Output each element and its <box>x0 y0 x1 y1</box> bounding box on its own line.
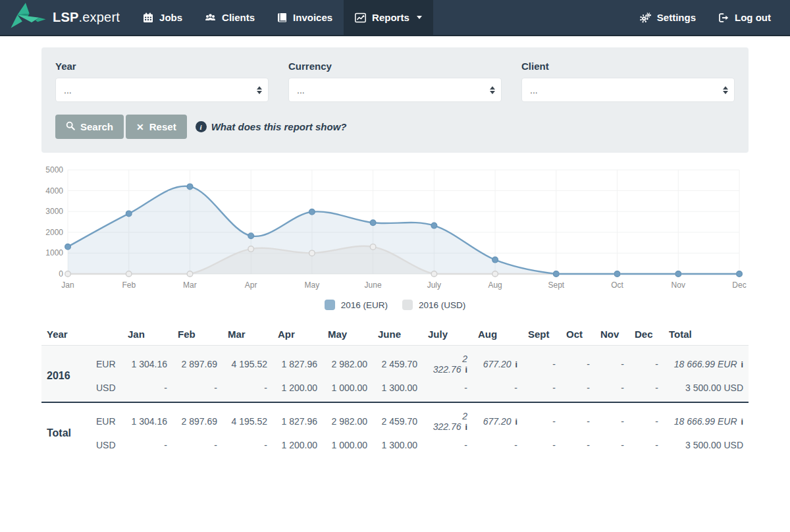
table-header: YearJanFebMarAprMayJuneJulyAugSeptOctNov… <box>41 323 749 346</box>
caret-down-icon <box>417 16 422 19</box>
amount-cell: - <box>523 436 561 459</box>
col-header-mar: Mar <box>223 323 273 346</box>
amount-value: - <box>621 383 624 393</box>
nav-menu-right: SettingsLog out <box>629 0 790 35</box>
info-icon[interactable]: i <box>741 360 743 369</box>
table-row-2016-usd: USD---1 200.001 000.001 300.00------3 50… <box>41 379 749 402</box>
amount-value: - <box>514 383 517 393</box>
svg-text:4000: 4000 <box>45 186 63 196</box>
amount-cell: - <box>223 436 273 459</box>
nav-item-jobs[interactable]: Jobs <box>132 0 194 35</box>
amount-value: 1 000.00 <box>332 440 368 450</box>
nav-item-clients[interactable]: Clients <box>194 0 266 35</box>
col-header-total: Total <box>664 323 749 346</box>
info-circle-icon[interactable]: i <box>196 121 207 132</box>
amount-value: - <box>164 383 167 393</box>
legend-swatch-icon <box>325 300 335 310</box>
info-icon[interactable]: i <box>515 417 517 427</box>
row-group-label: Total <box>41 402 91 459</box>
amount-cell: 1 827.96 <box>273 346 323 379</box>
nav-item-label: Invoices <box>293 12 332 23</box>
amount-value: 1 300.00 <box>382 440 418 450</box>
amount-value: 677.20 <box>483 359 512 369</box>
table-row-total-usd: USD---1 200.001 000.001 300.00------3 50… <box>41 436 749 459</box>
nav-item-logout[interactable]: Log out <box>707 0 782 35</box>
amount-value: - <box>514 440 517 450</box>
amount-cell: - <box>595 379 629 402</box>
brand[interactable]: LSP.expert <box>9 0 120 35</box>
table-group-2016: 2016EUR1 304.162 897.694 195.521 827.962… <box>41 346 749 403</box>
line-chart-icon <box>355 13 366 23</box>
amount-value: - <box>552 383 556 393</box>
report-info-text: What does this report show? <box>211 121 347 132</box>
col-header-oct: Oct <box>561 323 595 346</box>
amount-value: - <box>655 359 658 369</box>
amount-cell: - <box>172 436 223 459</box>
col-header-sept: Sept <box>523 323 561 346</box>
amount-value: 4 195.52 <box>232 359 268 369</box>
chart-legend: 2016 (EUR)2016 (USD) <box>41 296 749 313</box>
amount-value: - <box>587 359 590 369</box>
amount-value: 1 827.96 <box>282 359 318 369</box>
table-row-2016-eur: 2016EUR1 304.162 897.694 195.521 827.962… <box>41 346 749 379</box>
amount-cell: - <box>629 379 664 402</box>
col-header-aug: Aug <box>473 323 523 346</box>
amount-cell: 1 000.00 <box>323 379 373 402</box>
nav-item-label: Jobs <box>159 12 182 23</box>
revenue-table-section: YearJanFebMarAprMayJuneJulyAugSeptOctNov… <box>41 323 749 459</box>
amount-cell: 2 459.70 <box>373 402 423 436</box>
svg-text:Oct: Oct <box>611 280 623 290</box>
nav-item-invoices[interactable]: Invoices <box>266 0 344 35</box>
amount-cell: 2 322.76i <box>423 346 473 379</box>
amount-value: - <box>587 383 590 393</box>
currency-label: USD <box>91 379 122 402</box>
legend-item-usd[interactable]: 2016 (USD) <box>402 300 465 310</box>
amount-cell: - <box>523 346 561 379</box>
amount-value: - <box>587 416 590 427</box>
svg-text:Aug: Aug <box>488 280 502 290</box>
client-select[interactable]: ... <box>522 78 734 101</box>
nav-item-label: Settings <box>657 12 696 23</box>
col-header-dec: Dec <box>629 323 664 346</box>
info-icon[interactable]: i <box>515 360 517 369</box>
legend-swatch-icon <box>402 300 413 310</box>
amount-value: 4 195.52 <box>232 416 268 427</box>
amount-cell: - <box>561 436 595 459</box>
amount-cell: 1 000.00 <box>323 436 373 459</box>
svg-text:Dec: Dec <box>732 280 746 290</box>
amount-value: - <box>621 416 624 427</box>
currency-select[interactable]: ... <box>289 78 501 101</box>
amount-value: - <box>214 440 217 450</box>
amount-cell: - <box>629 402 664 436</box>
info-icon[interactable]: i <box>741 417 743 427</box>
svg-text:Apr: Apr <box>245 280 257 290</box>
amount-value: 1 304.16 <box>132 359 168 369</box>
legend-item-eur[interactable]: 2016 (EUR) <box>325 300 388 310</box>
nav-item-settings[interactable]: Settings <box>629 0 707 35</box>
search-button[interactable]: Search <box>55 115 124 139</box>
amount-cell: - <box>473 379 523 402</box>
amount-cell: 2 982.00 <box>323 402 373 436</box>
amount-value: 1 304.16 <box>132 416 168 427</box>
amount-value: 1 200.00 <box>282 383 318 393</box>
nav-item-label: Clients <box>222 12 255 23</box>
amount-cell: 3 500.00 USD <box>664 436 749 459</box>
row-group-label: 2016 <box>41 346 91 403</box>
nav-item-reports[interactable]: Reports <box>344 0 433 35</box>
year-select[interactable]: ... <box>56 78 268 101</box>
amount-cell: 1 304.16 <box>122 346 172 379</box>
col-header-july: July <box>423 323 473 346</box>
amount-value: 3 500.00 USD <box>685 383 743 393</box>
reset-button[interactable]: ✕ Reset <box>126 115 187 139</box>
amount-cell: 18 666.99 EURi <box>664 402 749 436</box>
amount-value: 2 897.69 <box>182 359 218 369</box>
amount-value: 1 300.00 <box>382 383 418 393</box>
info-icon[interactable]: i <box>465 423 467 432</box>
amount-cell: 3 500.00 USD <box>664 379 749 402</box>
amount-value: - <box>264 383 267 393</box>
amount-value: - <box>655 416 658 427</box>
info-icon[interactable]: i <box>465 365 467 375</box>
amount-cell: 2 897.69 <box>172 402 223 436</box>
col-header-jan: Jan <box>122 323 172 346</box>
amount-value: 2 982.00 <box>332 416 368 427</box>
